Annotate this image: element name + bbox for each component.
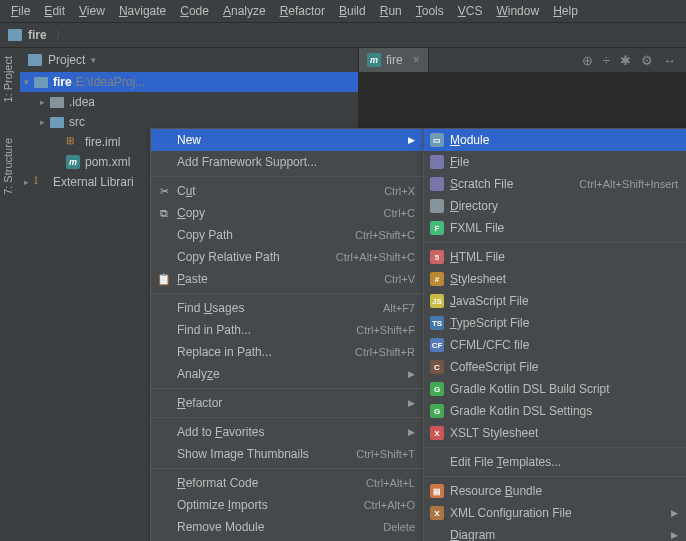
toolbar-button[interactable]: ÷ — [603, 53, 610, 68]
menu-label: CoffeeScript File — [450, 360, 538, 374]
menu-item[interactable]: Add to Favorites▶ — [151, 421, 423, 443]
menu-label: XML Configuration File — [450, 506, 572, 520]
tree-twisty[interactable]: ▸ — [40, 97, 50, 107]
menu-item[interactable]: New▶ — [151, 129, 423, 151]
menu-item[interactable]: Directory — [424, 195, 686, 217]
menu-icon: ⧉ — [156, 205, 172, 221]
menu-label: Add to Favorites — [177, 425, 264, 439]
menu-run[interactable]: Run — [373, 2, 409, 20]
menu-icon — [429, 198, 445, 214]
menu-separator — [151, 388, 423, 389]
menu-icon: # — [429, 271, 445, 287]
menu-label: Directory — [450, 199, 498, 213]
menu-build[interactable]: Build — [332, 2, 373, 20]
menu-item[interactable]: GGradle Kotlin DSL Build Script — [424, 378, 686, 400]
menu-label: Copy Path — [177, 228, 233, 242]
menu-shortcut: Ctrl+Shift+F — [356, 324, 415, 336]
menu-item[interactable]: Edit File Templates... — [424, 451, 686, 473]
menu-item[interactable]: Add Framework Support... — [151, 151, 423, 173]
menu-item[interactable]: Copy PathCtrl+Shift+C — [151, 224, 423, 246]
editor-tab-label: fire — [386, 53, 403, 67]
toolwindow-title[interactable]: Project — [48, 53, 85, 67]
menu-view[interactable]: View — [72, 2, 112, 20]
sidebar-tab-structure[interactable]: 7: Structure — [0, 130, 16, 203]
tree-twisty[interactable]: ▸ — [24, 177, 34, 187]
menu-icon: TS — [429, 315, 445, 331]
menu-item[interactable]: Scratch FileCtrl+Alt+Shift+Insert — [424, 173, 686, 195]
tree-twisty[interactable]: ▾ — [24, 77, 34, 87]
menu-item[interactable]: Show Image ThumbnailsCtrl+Shift+T — [151, 443, 423, 465]
menu-file[interactable]: File — [4, 2, 37, 20]
menu-item[interactable]: CFCFML/CFC file — [424, 334, 686, 356]
tree-label: External Librari — [53, 175, 134, 189]
chevron-right-icon: 〉 — [55, 27, 67, 44]
menu-icon: ✂ — [156, 183, 172, 199]
toolbar-button[interactable]: ↔ — [663, 53, 676, 68]
menu-window[interactable]: Window — [489, 2, 546, 20]
menu-label: Add Framework Support... — [177, 155, 317, 169]
menu-label: Analyze — [177, 367, 220, 381]
menu-item[interactable]: Remove ModuleDelete — [151, 516, 423, 538]
menu-help[interactable]: Help — [546, 2, 585, 20]
menu-icon — [429, 176, 445, 192]
menu-item[interactable]: Replace in Path...Ctrl+Shift+R — [151, 341, 423, 363]
menu-tools[interactable]: Tools — [409, 2, 451, 20]
tree-path: E:\IdeaProj... — [76, 75, 145, 89]
new-submenu: ▭ModuleFileScratch FileCtrl+Alt+Shift+In… — [423, 128, 686, 541]
tree-row[interactable]: ▸.idea — [20, 92, 358, 112]
menu-edit[interactable]: Edit — [37, 2, 72, 20]
editor-tab[interactable]: m fire × — [358, 48, 429, 72]
menu-vcs[interactable]: VCS — [451, 2, 490, 20]
menu-label: Copy — [177, 206, 205, 220]
menu-item[interactable]: FFXML File — [424, 217, 686, 239]
menu-item[interactable]: ⧉CopyCtrl+C — [151, 202, 423, 224]
menu-item[interactable]: XXSLT Stylesheet — [424, 422, 686, 444]
menu-separator — [424, 476, 686, 477]
tree-row[interactable]: ▾fireE:\IdeaProj... — [20, 72, 358, 92]
menu-icon: CF — [429, 337, 445, 353]
menu-item[interactable]: JSJavaScript File — [424, 290, 686, 312]
menu-label: New — [177, 133, 201, 147]
menu-item[interactable]: TSTypeScript File — [424, 312, 686, 334]
sidebar-tab-project[interactable]: 1: Project — [0, 48, 16, 110]
menu-item[interactable]: Reformat CodeCtrl+Alt+L — [151, 472, 423, 494]
menu-code[interactable]: Code — [173, 2, 216, 20]
menu-item[interactable]: 5HTML File — [424, 246, 686, 268]
tree-twisty[interactable]: ▸ — [40, 117, 50, 127]
menu-item[interactable]: XXML Configuration File▶ — [424, 502, 686, 524]
menu-item[interactable]: Copy Relative PathCtrl+Alt+Shift+C — [151, 246, 423, 268]
menu-item[interactable]: File — [424, 151, 686, 173]
menu-item[interactable]: Find UsagesAlt+F7 — [151, 297, 423, 319]
menu-item[interactable]: ▭Module — [424, 129, 686, 151]
submenu-arrow-icon: ▶ — [671, 508, 678, 518]
menu-label: Copy Relative Path — [177, 250, 280, 264]
menu-refactor[interactable]: Refactor — [273, 2, 332, 20]
menu-item[interactable]: Analyze▶ — [151, 363, 423, 385]
menu-item[interactable]: Find in Path...Ctrl+Shift+F — [151, 319, 423, 341]
menu-item[interactable]: CCoffeeScript File — [424, 356, 686, 378]
menu-separator — [151, 293, 423, 294]
menu-analyze[interactable]: Analyze — [216, 2, 273, 20]
menu-icon: X — [429, 425, 445, 441]
menu-navigate[interactable]: Navigate — [112, 2, 173, 20]
menu-item[interactable]: Optimize ImportsCtrl+Alt+O — [151, 494, 423, 516]
menu-item[interactable]: 📋PasteCtrl+V — [151, 268, 423, 290]
menu-item[interactable]: GGradle Kotlin DSL Settings — [424, 400, 686, 422]
menu-label: CFML/CFC file — [450, 338, 529, 352]
menu-item[interactable]: Diagram▶ — [424, 524, 686, 541]
menu-label: Module — [450, 133, 489, 147]
menu-icon: ▤ — [429, 483, 445, 499]
toolbar-button[interactable]: ⚙ — [641, 53, 653, 68]
menu-item[interactable]: Refactor▶ — [151, 392, 423, 414]
breadcrumb-project[interactable]: fire — [28, 28, 47, 42]
menu-separator — [151, 176, 423, 177]
menu-item[interactable]: ✂CutCtrl+X — [151, 180, 423, 202]
menu-shortcut: Ctrl+V — [384, 273, 415, 285]
close-icon[interactable]: × — [413, 53, 420, 67]
menu-separator — [151, 468, 423, 469]
toolbar-button[interactable]: ⊕ — [582, 53, 593, 68]
menu-item[interactable]: ▤Resource Bundle — [424, 480, 686, 502]
menu-label: FXML File — [450, 221, 504, 235]
menu-item[interactable]: #Stylesheet — [424, 268, 686, 290]
toolbar-button[interactable]: ✱ — [620, 53, 631, 68]
